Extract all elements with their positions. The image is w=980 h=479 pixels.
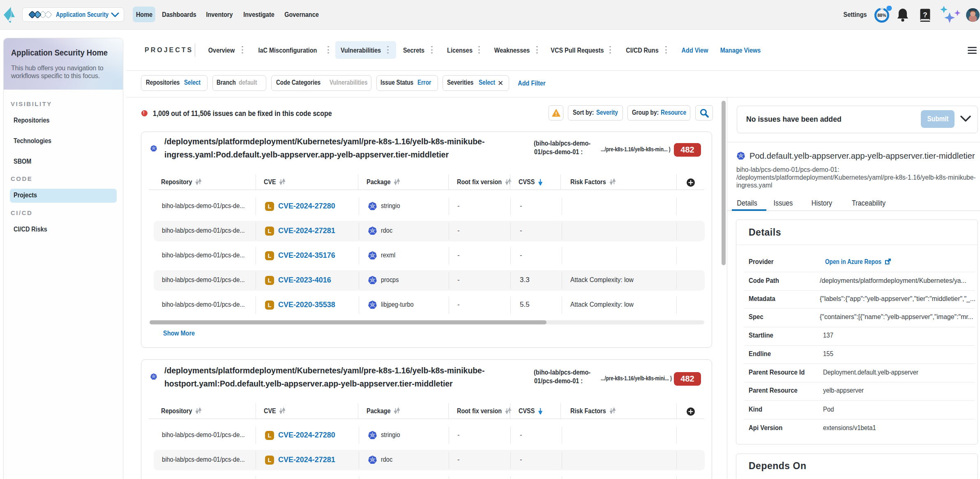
svg-text:?: ? <box>923 11 927 19</box>
svg-text:88%: 88% <box>877 13 886 18</box>
